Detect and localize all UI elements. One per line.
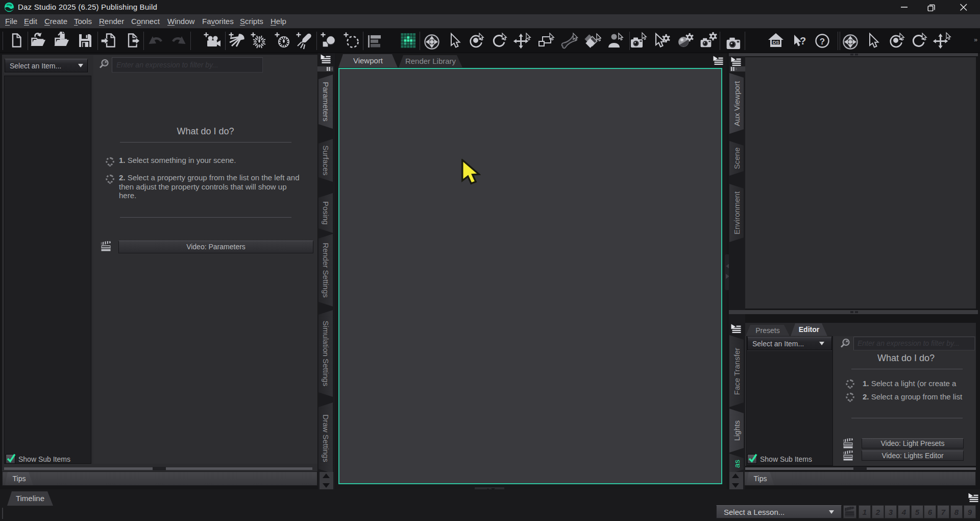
svg-text:?: ?	[800, 35, 806, 46]
svg-text:?: ?	[820, 37, 825, 46]
svg-text:DS: DS	[772, 39, 779, 45]
